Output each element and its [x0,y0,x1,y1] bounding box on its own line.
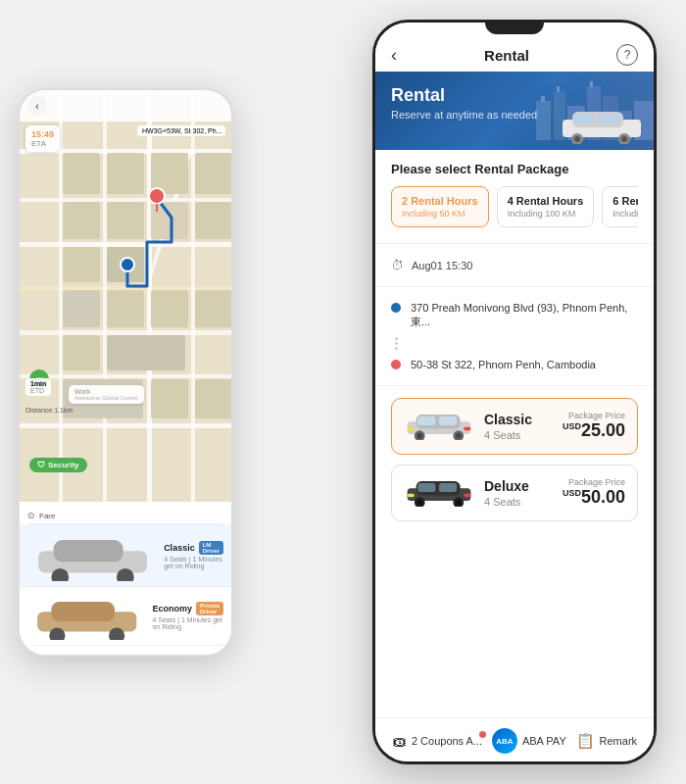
fare-row: ⊙ Fare [27,508,223,524]
economy-badge: Private Driver [196,602,223,615]
aba-label: ABA PAY [522,735,566,747]
hw-tag: HW3G+53W, St 302, Ph... [137,125,225,136]
svg-rect-85 [408,494,415,498]
bottom-bar: 🎟 2 Coupons A... ABA ABA PAY 📋 Remark [375,717,654,761]
deluxe-price: Package Price USD50.00 [563,477,625,508]
svg-rect-83 [417,483,435,492]
pickup-text: 370 Preah Monivong Blvd (93), Phnom Penh… [411,301,638,329]
back-button[interactable]: ‹ [391,45,397,66]
svg-point-62 [574,136,580,142]
svg-rect-13 [63,153,100,194]
economy-car-icon [27,592,146,640]
connector [375,337,654,350]
svg-rect-84 [439,483,457,492]
svg-rect-21 [195,153,231,194]
pkg-km-2: Including 100 KM [508,209,584,219]
eta-label: ETA [31,139,54,148]
svg-point-80 [417,500,422,505]
remark-icon: 📋 [576,732,595,750]
classic-card[interactable]: Classic 4 Seats Package Price USD25.00 [391,398,638,455]
etd-label: ETD [30,387,46,394]
coupon-icon: 🎟 [392,733,407,750]
svg-rect-27 [151,290,188,327]
coupons-button[interactable]: 🎟 2 Coupons A... [392,733,482,750]
svg-rect-6 [20,374,231,378]
pkg-hours-2: 4 Rental Hours [508,195,584,207]
deluxe-car-icon [27,651,160,655]
dropoff-row: 50-38 St 322, Phnom Penh, Cambodia [375,350,654,379]
economy-sub: 4 Seats | 1 Minutes get on Riding [152,616,223,630]
list-item[interactable]: Deluxe LM Driver 4 Seats | 1 Minutes get… [27,646,223,655]
dropoff-dot [391,360,401,369]
pkg-km-1: Including 50 KM [402,209,478,219]
svg-rect-22 [195,202,231,239]
aba-logo: ABA [492,728,517,754]
svg-point-82 [456,500,461,505]
svg-rect-86 [464,494,470,498]
svg-point-70 [417,433,422,438]
coupon-label: 2 Coupons A... [412,735,482,747]
classic-card-seats: 4 Seats [484,429,551,441]
svg-rect-76 [464,427,470,431]
svg-rect-74 [439,416,457,425]
divider-1 [375,243,654,244]
etd-time: 1min [30,380,46,387]
header-title: Rental [484,47,529,64]
economy-info: Economy Private Driver 4 Seats | 1 Minut… [152,602,223,630]
divider-2 [375,286,654,287]
coupon-notification-dot [479,731,486,738]
svg-rect-15 [63,247,100,282]
map-svg: 🛡 [20,90,231,502]
map-area: 🛡 ‹ 15:49 ETA HW3G+53W, St 302, Ph... Wo… [20,90,231,502]
svg-rect-24 [63,335,100,370]
connector-dot [395,342,398,345]
svg-point-64 [621,136,627,142]
package-card-2h[interactable]: 2 Rental Hours Including 50 KM [391,186,489,227]
map-header: ‹ 15:49 ETA [20,90,231,122]
svg-rect-23 [63,290,100,327]
svg-rect-28 [195,290,231,327]
svg-rect-17 [107,202,144,239]
classic-price: Package Price USD25.00 [563,411,625,441]
svg-rect-3 [20,242,231,247]
help-button[interactable]: ? [616,44,638,66]
svg-rect-2 [20,198,231,202]
deluxe-card-name: Deluxe [484,478,551,494]
package-card-6h[interactable]: 6 Rental Ho... Including 150... [602,186,638,227]
classic-car-icon [27,529,158,581]
svg-point-72 [456,433,461,438]
deluxe-card-info: Deluxe 4 Seats [484,478,551,508]
list-item[interactable]: Classic LM Driver 4 Seats | 1 Minutes ge… [20,524,231,587]
svg-rect-26 [107,335,185,370]
deluxe-card[interactable]: Deluxe 4 Seats Package Price USD50.00 [391,465,638,521]
aba-pay-button[interactable]: ABA ABA PAY [492,728,566,754]
classic-card-info: Classic 4 Seats [484,412,551,441]
svg-rect-25 [107,290,144,327]
svg-rect-7 [20,423,231,428]
cars-section: Classic 4 Seats Package Price USD25.00 [375,392,654,717]
list-item[interactable]: Economy Private Driver 4 Seats | 1 Minut… [27,587,223,646]
rental-app-header: ‹ Rental ? [375,34,654,72]
package-card-4h[interactable]: 4 Rental Hours Including 100 KM [497,186,595,227]
fare-icon: ⊙ [27,511,35,520]
deluxe-card-seats: 4 Seats [484,496,551,508]
svg-point-32 [121,258,134,271]
classic-badge: LM Driver [199,541,223,555]
dropoff-text: 50-38 St 322, Phnom Penh, Cambodia [411,358,596,371]
clock-icon: ⏱ [391,258,404,272]
classic-card-name: Classic [484,412,551,427]
svg-rect-42 [51,602,115,621]
classic-info: Classic LM Driver 4 Seats | 1 Minutes ge… [164,541,223,569]
svg-rect-31 [195,379,231,418]
deluxe-currency: USD [563,488,581,498]
security-badge[interactable]: 🛡 Security [29,458,87,472]
map-back-button[interactable]: ‹ [27,96,47,116]
dest-sub: Awesome Global Centre [74,395,138,401]
remark-button[interactable]: 📋 Remark [576,732,638,750]
classic-car-image [404,409,472,444]
svg-rect-75 [408,427,415,431]
dest-box: Work Awesome Global Centre [69,385,144,404]
etd-box: 1min ETD [25,378,51,396]
deluxe-car-svg [404,475,474,507]
rental-banner: Rental Reserve at anytime as needed [375,72,654,150]
